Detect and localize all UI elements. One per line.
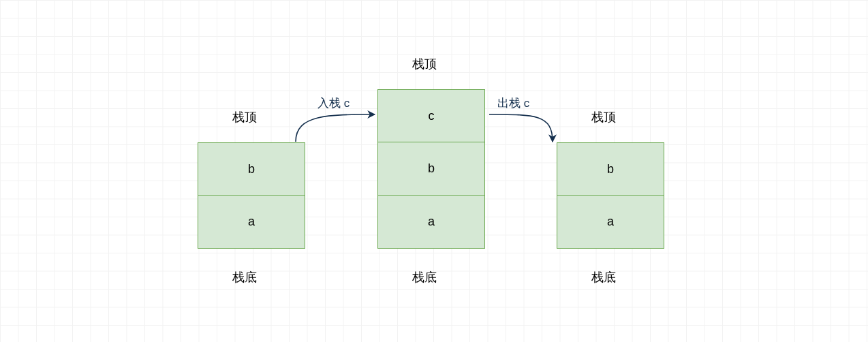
pop-arrow-label: 出栈 c: [497, 95, 529, 111]
stack1-top-label: 栈顶: [232, 109, 257, 125]
stack3-cell-0: b: [557, 142, 664, 196]
pop-arrow-icon: [488, 109, 570, 157]
stack2-top-label: 栈顶: [412, 56, 437, 72]
stack2: c b a: [377, 89, 485, 249]
stack2-cell-2: a: [377, 196, 485, 249]
stack3: b a: [557, 142, 664, 249]
stack2-cell-1: b: [377, 142, 485, 196]
push-arrow-icon: [294, 109, 383, 150]
stack1-cell-0: b: [198, 142, 305, 196]
stack2-cell-0: c: [377, 89, 485, 142]
stack1-bottom-label: 栈底: [232, 269, 257, 285]
stack3-top-label: 栈顶: [591, 109, 616, 125]
stack3-cell-1: a: [557, 196, 664, 249]
stack2-bottom-label: 栈底: [412, 269, 437, 285]
push-arrow-label: 入栈 c: [317, 95, 350, 111]
stack3-bottom-label: 栈底: [591, 269, 616, 285]
stack1-cell-1: a: [198, 196, 305, 249]
stack1: b a: [198, 142, 305, 249]
diagram-canvas: 栈顶 b a 栈底 栈顶 c b a 栈底 栈顶 b a 栈底 入栈 c 出栈: [0, 0, 868, 342]
